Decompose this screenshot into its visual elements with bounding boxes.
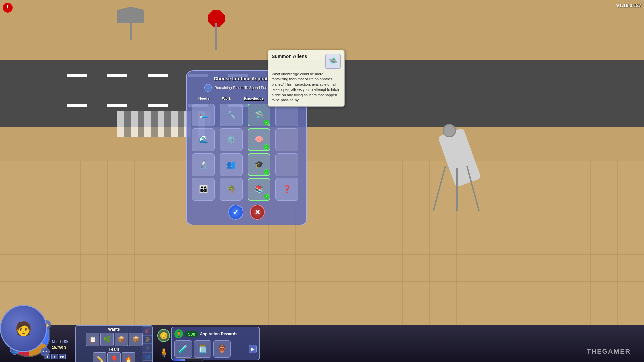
wants-icons-row: 📋 🌿 📦 📦 [77,333,151,346]
sim-portrait[interactable]: 🧑 [0,305,47,352]
fears-label: Fears [77,347,151,352]
fear-icon-0[interactable]: ✏️ [93,352,106,362]
asp-cell-1-1[interactable]: ⚙️ [220,128,243,151]
asp-cell-2-1[interactable]: 👥 [220,153,243,176]
asp-cell-icon-3-1: 🌴 [222,181,240,198]
asp-cell-icon-0-1: 🔧 [222,106,240,124]
stop-sign [208,10,225,50]
tooltip-body: What knowledge could be more tantalizing… [272,72,341,103]
rewards-points-value: 500 [185,331,198,337]
asp-cell-icon-1-0: 🌊 [195,131,212,148]
rewards-header: 🧍 500 Aspiration Rewards [174,329,257,338]
points-badge: 1 [204,84,212,92]
asp-cell-3-0[interactable]: 👨‍👩‍👧 [192,178,215,201]
tab-needs[interactable]: Needs [197,96,211,101]
asp-cell-0-2[interactable]: 🛸 ✓ [248,104,270,126]
asp-cell-icon-2-0: 🔬 [195,156,212,173]
checkmark-0-2: ✓ [264,120,269,125]
asp-cell-2-2[interactable]: 🎓 ✓ [248,153,270,176]
aspiration-bar [173,358,203,361]
rewards-arrow[interactable]: ▶ [249,345,257,353]
asp-cell-icon-3-0: 👨‍👩‍👧 [195,181,212,198]
reward-item-0[interactable]: 🧪 [174,340,192,358]
asp-cell-3-2[interactable]: 📚 ✓ [248,178,270,201]
road-sign [117,7,144,40]
watermark: THEGAMER [587,348,631,355]
fear-icon-2[interactable]: 🔥 [122,352,135,362]
tooltip-title: Summon Aliens [272,54,323,59]
reward-item-1[interactable]: 🫙 [194,340,211,358]
tooltip-header: Summon Aliens 🛸 [272,54,341,69]
asp-cell-1-3[interactable] [275,128,298,151]
want-icon-3[interactable]: 📦 [129,333,143,346]
rewards-title: Aspiration Rewards [200,331,238,336]
money-area: 15,750 $ [52,345,66,349]
skill-figure[interactable]: 🧍 [158,348,169,358]
fears-icons-row: ✏️ 🎈 🔥 [77,352,151,362]
mood-panel: 😊 🧍 [154,325,174,362]
asp-cell-icon-3-3: ❓ [278,181,296,198]
tab-knowledge[interactable]: Knowledge [243,96,265,101]
time-day: Mon 11:59 [52,340,68,344]
mood-icon-main[interactable]: 😊 [157,329,170,342]
checkmark-2-2: ✓ [264,169,269,175]
want-icon-1[interactable]: 🌿 [100,333,114,346]
sim-info-area: Mon 11:59 [52,340,68,344]
tab-work[interactable]: Work [221,96,232,101]
tooltip-icon: 🛸 [325,54,341,69]
checkmark-1-2: ✓ [264,144,269,150]
reward-item-2[interactable]: 🏺 [213,340,231,358]
asp-cell-0-0[interactable]: 🛏️ [192,104,215,126]
want-icon-2[interactable]: 📦 [115,333,128,346]
asp-cell-icon-0-0: 🛏️ [195,106,212,124]
asp-cell-1-2[interactable]: 🧠 ✓ [248,128,270,151]
sim-money: 15,750 $ [52,345,66,349]
aspiration-rewards-panel: 🧍 500 Aspiration Rewards 🧪 🫙 🏺 ▶ [171,327,260,360]
cancel-button[interactable]: ✕ [250,205,265,220]
speed-1x[interactable]: ▶ [51,354,58,359]
asp-cell-2-0[interactable]: 🔬 [192,153,215,176]
asp-cell-1-0[interactable]: 🌊 [192,128,215,151]
tooltip-popup: Summon Aliens 🛸 What knowledge could be … [268,50,345,107]
rewards-items: 🧪 🫙 🏺 ▶ [174,340,257,358]
wants-label: Wants [77,327,151,332]
asp-cell-0-3[interactable] [275,104,298,126]
asp-cell-icon-1-3 [278,131,296,148]
error-icon[interactable]: ! [3,3,13,13]
fear-icon-1[interactable]: 🎈 [107,352,121,362]
dialog-buttons: ✓ ✕ [192,205,301,220]
version-label: v1.18.0.127 [616,3,641,8]
confirm-button[interactable]: ✓ [228,205,243,220]
sim-face: 🧑 [15,321,32,337]
bottom-ui: 🟢 🌱 🖐️ 👤 👥 ⋯ 🧑 Mon 11:59 15,750 $ ⏸ ▶ ▶▶… [0,325,644,362]
speed-2x[interactable]: ▶▶ [59,354,66,359]
rewards-points-icon: 🧍 [174,329,183,338]
asp-cell-3-3[interactable]: ❓ [275,178,298,201]
aspiration-grid: 🛏️ 🔧 🛸 ✓ 🌊 ⚙️ 🧠 ✓ 🔬 👥 [192,104,301,201]
asp-cell-3-1[interactable]: 🌴 [220,178,243,201]
asp-cell-icon-1-1: ⚙️ [222,131,240,148]
asp-cell-2-3[interactable] [275,153,298,176]
checkmark-3-2: ✓ [264,194,269,199]
action-icon-bottom-right[interactable]: ⋯ [40,347,50,356]
asp-cell-icon-0-3 [278,106,296,124]
telescope [426,117,493,211]
aspiration-fill [173,359,185,361]
wants-fears-panel: Wants 📋 🌿 📦 📦 Fears ✏️ 🎈 🔥 [75,325,153,362]
want-icon-0[interactable]: 📋 [86,333,99,346]
asp-cell-icon-2-1: 👥 [222,156,240,173]
asp-cell-icon-2-3 [278,156,296,173]
asp-cell-0-1[interactable]: 🔧 [220,104,243,126]
